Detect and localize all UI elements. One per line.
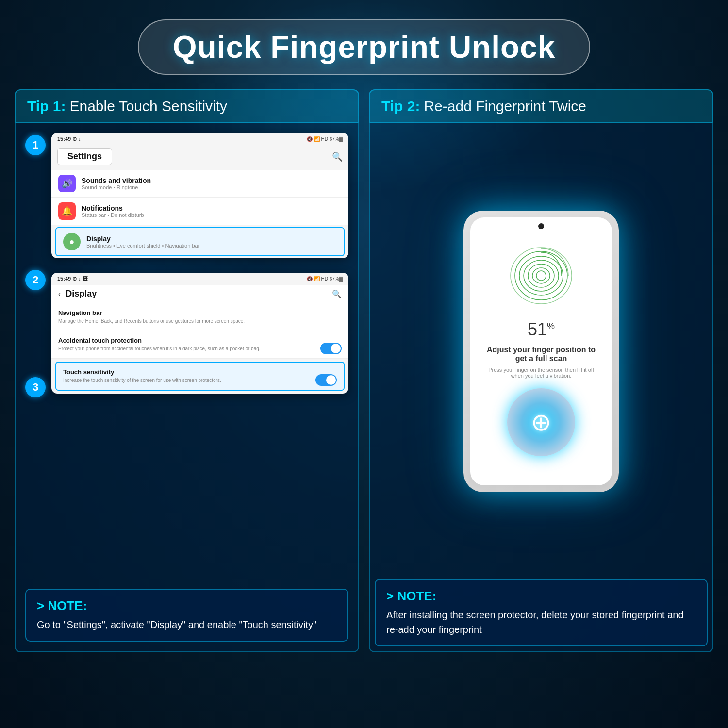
step23-content: 15:49 ⊙ ↓ 🖼 🔇 📶 HD 67%▓ ‹ Display 🔍 Navi… [51, 273, 348, 397]
accidental-title: Accidental touch protection [58, 337, 342, 344]
right-note-body: After installing the screen protector, d… [386, 608, 696, 637]
title-pill: Quick Fingerprint Unlock [138, 19, 591, 75]
tip2-header: Tip 2: Re-add Fingerprint Twice [369, 89, 713, 123]
sounds-text: Sounds and vibration Sound mode • Ringto… [82, 177, 342, 190]
fingerprint-area: 51% Adjust your finger position to get a… [470, 217, 612, 456]
scan-instruction: Adjust your finger position to get a ful… [470, 346, 612, 363]
settings-item-display: ● Display Brightness • Eye comfort shiel… [55, 227, 345, 256]
settings-item-notifications: 🔔 Notifications Status bar • Do not dist… [51, 198, 348, 225]
notifications-icon: 🔔 [58, 202, 76, 220]
back-arrow-icon: ‹ [58, 290, 61, 298]
navbar-sub: Manage the Home, Back, and Recents butto… [58, 318, 342, 325]
settings-title-box: Settings [57, 148, 112, 165]
phone-camera [538, 223, 544, 229]
title-container: Quick Fingerprint Unlock [0, 0, 728, 75]
sounds-sub: Sound mode • Ringtone [82, 184, 342, 190]
step1-circle: 1 [25, 135, 46, 155]
phone-inner-screen: 51% Adjust your finger position to get a… [470, 217, 612, 485]
tip1-description: Enable Touch Sensitivity [69, 98, 227, 115]
notifications-title: Notifications [82, 204, 342, 212]
left-note-box: > NOTE: Go to "Settings", activate "Disp… [25, 589, 348, 642]
step3-circle: 3 [25, 377, 46, 397]
touch-sub: Increase the touch sensitivity of the sc… [63, 377, 337, 384]
fp-ring-3 [528, 264, 554, 287]
display-page-title: Display [66, 289, 97, 299]
page-title: Quick Fingerprint Unlock [173, 30, 556, 65]
step2-circle-label: 2 [25, 270, 46, 290]
scan-sub-instruction: Press your finger on the sensor, then li… [470, 367, 612, 379]
left-panel: Tip 1: Enable Touch Sensitivity 1 15:49 … [15, 89, 359, 652]
phone1-status-bar: 15:49 ⊙ ↓ 🔇 📶 HD 67%▓ [51, 133, 348, 145]
notifications-text: Notifications Status bar • Do not distur… [82, 204, 342, 218]
display-item-touch: Touch sensitivity Increase the touch sen… [55, 362, 345, 391]
right-panel: Tip 2: Re-add Fingerprint Twice [369, 89, 713, 652]
left-note-title: > NOTE: [37, 598, 337, 613]
display-header: ‹ Display 🔍 [51, 285, 348, 303]
main-content: Tip 1: Enable Touch Sensitivity 1 15:49 … [0, 89, 728, 652]
phone-screen-2: 15:49 ⊙ ↓ 🖼 🔇 📶 HD 67%▓ ‹ Display 🔍 Navi… [51, 273, 348, 394]
phone2-status-bar: 15:49 ⊙ ↓ 🖼 🔇 📶 HD 67%▓ [51, 273, 348, 285]
tip2-body: 51% Adjust your finger position to get a… [369, 123, 713, 652]
fp-ring-1 [536, 271, 546, 281]
step23-row: 15:49 ⊙ ↓ 🖼 🔇 📶 HD 67%▓ ‹ Display 🔍 Navi… [51, 273, 348, 397]
phone1-time: 15:49 ⊙ ↓ [57, 136, 81, 142]
fingerprint-percent: 51% [528, 319, 555, 340]
step1-row: 1 15:49 ⊙ ↓ 🔇 📶 HD 67%▓ Settings [25, 133, 348, 266]
navbar-title: Navigation bar [58, 309, 342, 316]
tip1-header: Tip 1: Enable Touch Sensitivity [15, 89, 359, 123]
display-title: Display [86, 235, 337, 243]
phone1-search-bar: Settings 🔍 [51, 145, 348, 170]
right-note-box: > NOTE: After installing the screen prot… [375, 579, 708, 646]
touch-title: Touch sensitivity [63, 368, 337, 376]
display-icon: ● [63, 233, 81, 250]
phone1-search-icon: 🔍 [332, 151, 343, 162]
display-item-navbar: Navigation bar Manage the Home, Back, an… [51, 303, 348, 331]
accidental-sub: Protect your phone from accidental touch… [58, 346, 342, 352]
phone2-battery: 🔇 📶 HD 67%▓ [307, 276, 343, 281]
display-text: Display Brightness • Eye comfort shield … [86, 235, 337, 248]
tip1-body: 1 15:49 ⊙ ↓ 🔇 📶 HD 67%▓ Settings [15, 123, 359, 652]
phone-frame: 51% Adjust your finger position to get a… [463, 211, 619, 492]
phone1-battery: 🔇 📶 HD 67%▓ [307, 136, 343, 142]
left-note-body: Go to "Settings", activate "Display" and… [37, 617, 337, 632]
settings-item-sounds: 🔊 Sounds and vibration Sound mode • Ring… [51, 170, 348, 198]
sounds-icon: 🔊 [58, 175, 76, 192]
phone-mockup-container: 51% Adjust your finger position to get a… [375, 128, 708, 574]
tip2-label: Tip 2: [381, 98, 420, 115]
display-item-accidental: Accidental touch protection Protect your… [51, 331, 348, 359]
fingerprint-svg [507, 242, 575, 310]
display-sub: Brightness • Eye comfort shield • Naviga… [86, 243, 337, 248]
right-note-title: > NOTE: [386, 589, 696, 604]
fp-ring-2 [532, 268, 550, 283]
sounds-title: Sounds and vibration [82, 177, 342, 184]
fp-ring-4 [524, 260, 559, 291]
fp-ring-6 [515, 251, 567, 300]
tip2-description: Re-add Fingerprint Twice [424, 98, 586, 115]
display-search-icon: 🔍 [332, 289, 342, 298]
fingerprint-touch-area[interactable]: ⊕ [507, 388, 575, 456]
phone-screen-1: 15:49 ⊙ ↓ 🔇 📶 HD 67%▓ Settings 🔍 [51, 133, 348, 258]
step1-content: 15:49 ⊙ ↓ 🔇 📶 HD 67%▓ Settings 🔍 [51, 133, 348, 266]
phone2-time: 15:49 ⊙ ↓ 🖼 [57, 276, 88, 282]
tip1-label: Tip 1: [27, 98, 66, 115]
fp-ring-5 [519, 256, 563, 295]
accidental-toggle[interactable] [320, 343, 342, 354]
touch-toggle[interactable] [315, 374, 337, 386]
fingerprint-touch-icon: ⊕ [531, 408, 551, 436]
fingerprint-svg-container [507, 242, 575, 310]
notifications-sub: Status bar • Do not disturb [82, 212, 342, 218]
